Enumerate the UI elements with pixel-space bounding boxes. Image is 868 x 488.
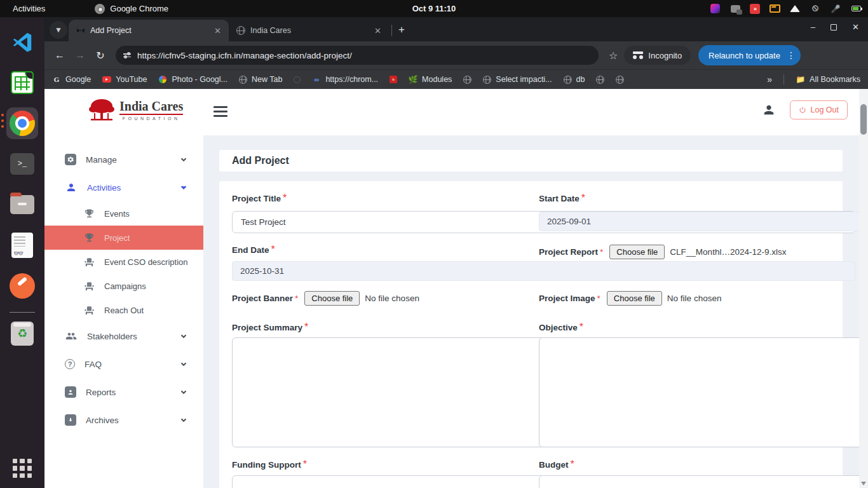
- sidebar-item-reports[interactable]: Reports: [44, 378, 203, 406]
- trophy-icon: [84, 208, 95, 219]
- relaunch-label: Relaunch to update: [709, 51, 780, 60]
- sidebar-item-event-cso-description[interactable]: Event CSO description: [44, 250, 203, 274]
- clock[interactable]: Oct 9 11:10: [412, 4, 456, 13]
- start-date-input[interactable]: [539, 212, 868, 231]
- bookmark-modules[interactable]: 🌿Modules: [409, 75, 452, 84]
- bookmark-unnamed[interactable]: b: [390, 76, 397, 83]
- sidebar-item-stakeholders[interactable]: Stakeholders: [44, 322, 203, 350]
- sidebar-item-project[interactable]: Project: [44, 226, 203, 250]
- close-button[interactable]: ✕: [852, 22, 859, 32]
- volume-muted-icon[interactable]: 🛇: [810, 4, 821, 14]
- tab-divider: [391, 25, 392, 36]
- activities-button[interactable]: Activities: [13, 4, 45, 13]
- project-report-choose-file-button[interactable]: Choose file: [609, 245, 665, 259]
- browser-menu-icon[interactable]: ⋮: [787, 50, 796, 60]
- chrome-app-icon: [95, 4, 105, 14]
- chevron-down-icon: [180, 417, 187, 423]
- bookmark-photos[interactable]: Photo - Googl...: [158, 75, 227, 84]
- logout-button[interactable]: Log Out: [790, 100, 848, 119]
- tab-close-icon[interactable]: ✕: [213, 26, 222, 36]
- focused-app-menu[interactable]: Google Chrome: [95, 4, 168, 14]
- app-header: India Cares Foundation Log Out: [44, 89, 868, 135]
- microphone-icon[interactable]: 🎤: [830, 4, 841, 14]
- remote-desktop-icon[interactable]: »: [750, 4, 760, 14]
- tab-add-project[interactable]: Add Project ✕: [69, 20, 229, 41]
- bookmark-unnamed[interactable]: [616, 76, 624, 84]
- bookmark-new-tab[interactable]: New Tab: [239, 75, 282, 84]
- bookmark-chrome-link[interactable]: ∞https://chrom...: [312, 75, 378, 84]
- dock-item-libreoffice-calc[interactable]: [6, 67, 38, 98]
- bookmark-youtube[interactable]: YouTube: [102, 75, 147, 84]
- new-tab-button[interactable]: +: [398, 24, 405, 36]
- site-settings-icon[interactable]: [123, 53, 131, 57]
- dock-item-google-chrome[interactable]: [6, 107, 38, 139]
- sidebar-item-events[interactable]: Events: [44, 201, 203, 226]
- scrollbar-down-arrow[interactable]: [861, 482, 866, 485]
- show-applications-button[interactable]: [13, 459, 32, 478]
- wifi-icon[interactable]: [789, 4, 801, 14]
- sidebar-item-campaigns[interactable]: Campaigns: [44, 274, 203, 298]
- tab-india-cares[interactable]: India Cares ✕: [229, 20, 389, 41]
- end-date-input[interactable]: [232, 261, 855, 281]
- bookmarks-bar: GGoogle YouTube Photo - Googl... New Tab…: [44, 69, 868, 89]
- recorder-icon[interactable]: [709, 4, 721, 14]
- bookmark-star-icon[interactable]: ☆: [609, 50, 618, 62]
- bookmarks-overflow-button[interactable]: »: [767, 74, 772, 85]
- sidebar-item-reach-out[interactable]: Reach Out: [44, 298, 203, 322]
- dock-item-document-viewer[interactable]: [6, 229, 38, 261]
- help-icon: ?: [65, 359, 75, 369]
- sidebar-item-archives[interactable]: Archives: [44, 406, 203, 434]
- bookmark-unnamed[interactable]: [463, 76, 471, 84]
- dock-item-files[interactable]: [6, 189, 38, 220]
- tab-close-icon[interactable]: ✕: [373, 26, 383, 36]
- user-profile-icon[interactable]: [762, 103, 776, 117]
- chat-icon[interactable]: [729, 4, 741, 14]
- dock-item-postman[interactable]: [6, 270, 38, 302]
- maximize-button[interactable]: [831, 24, 837, 30]
- dock-item-trash[interactable]: ♻: [6, 318, 38, 349]
- bookmarks-separator: [783, 74, 784, 85]
- dock-item-vscode[interactable]: [6, 26, 38, 58]
- document-viewer-icon: [11, 233, 33, 258]
- url-text[interactable]: https://icfnv5-staging.icfn.in/manage-se…: [137, 51, 352, 60]
- battery-icon[interactable]: [850, 4, 862, 14]
- youtube-icon: [102, 75, 111, 84]
- sidebar-item-activities[interactable]: Activities: [44, 173, 203, 201]
- screen-share-icon[interactable]: [769, 4, 780, 14]
- system-tray[interactable]: » 🛇 🎤: [709, 4, 862, 14]
- back-button[interactable]: ←: [51, 50, 69, 61]
- page-scrollbar[interactable]: [859, 89, 868, 488]
- badge-icon: [65, 386, 76, 398]
- bookmark-db[interactable]: db: [564, 75, 585, 84]
- postman-icon: [10, 273, 35, 299]
- hamburger-menu-icon[interactable]: [214, 106, 227, 119]
- budget-input[interactable]: [539, 475, 868, 488]
- bookmark-unnamed[interactable]: [294, 76, 301, 83]
- objective-label: Objective*: [539, 322, 831, 333]
- project-banner-file-name: No file chosen: [365, 294, 419, 303]
- tab-title: Add Project: [90, 26, 208, 35]
- sidebar-item-manage[interactable]: Manage: [44, 146, 203, 173]
- budget-label: Budget*: [539, 459, 831, 470]
- dock-item-terminal[interactable]: >_: [6, 148, 38, 180]
- minimize-button[interactable]: –: [811, 22, 815, 32]
- scrollbar-thumb[interactable]: [860, 104, 867, 135]
- libreoffice-calc-icon: [11, 71, 34, 94]
- globe-icon: [463, 76, 471, 84]
- relaunch-to-update-button[interactable]: Relaunch to update ⋮: [698, 45, 801, 65]
- tab-search-button[interactable]: ▼: [50, 21, 67, 39]
- project-banner-choose-file-button[interactable]: Choose file: [304, 291, 360, 306]
- bookmark-google[interactable]: GGoogle: [52, 75, 91, 84]
- objective-textarea[interactable]: [539, 337, 868, 447]
- forward-button[interactable]: →: [71, 50, 89, 61]
- web-page: India Cares Foundation Log Out: [44, 89, 868, 488]
- all-bookmarks-button[interactable]: 📁All Bookmarks: [796, 75, 860, 84]
- reload-button[interactable]: ↻: [92, 50, 109, 62]
- bookmark-unnamed[interactable]: [596, 76, 604, 84]
- sidebar-item-faq[interactable]: ? FAQ: [44, 350, 203, 378]
- main-content: Add Project Project Title* Start Date* E…: [203, 135, 868, 488]
- bookmark-select-impact[interactable]: Select impacti...: [483, 75, 552, 84]
- address-bar[interactable]: https://icfnv5-staging.icfn.in/manage-se…: [116, 46, 599, 65]
- brand-logo[interactable]: India Cares Foundation: [88, 98, 183, 123]
- project-image-choose-file-button[interactable]: Choose file: [607, 291, 662, 306]
